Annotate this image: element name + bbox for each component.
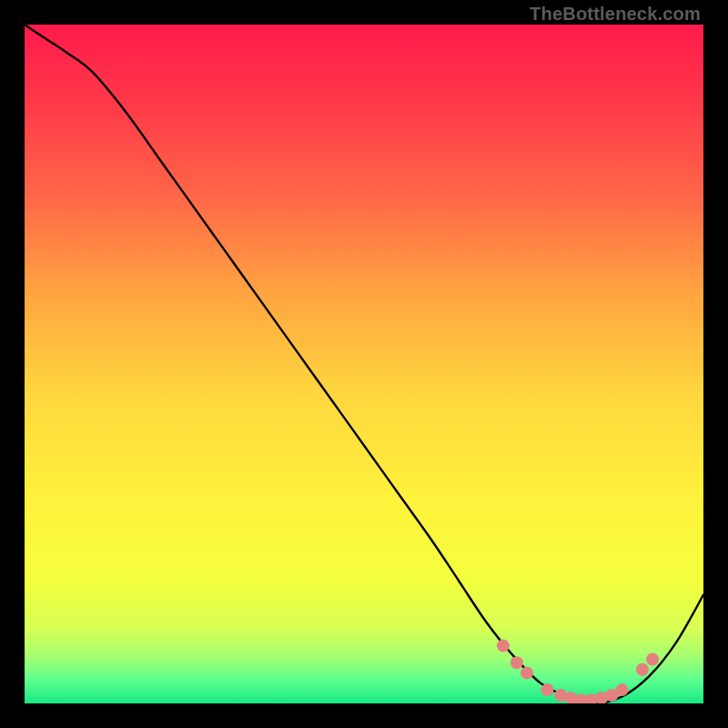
chart-frame: TheBottleneck.com bbox=[0, 0, 728, 728]
marker-dot bbox=[615, 683, 628, 696]
gradient-background bbox=[25, 25, 703, 703]
marker-dot bbox=[541, 683, 553, 696]
marker-dot bbox=[646, 653, 659, 666]
marker-dot bbox=[521, 666, 533, 679]
chart-svg bbox=[25, 25, 703, 703]
marker-dot bbox=[497, 640, 510, 652]
plot-area bbox=[25, 25, 703, 703]
attribution-text: TheBottleneck.com bbox=[530, 4, 701, 25]
marker-dot bbox=[511, 656, 523, 669]
marker-dot bbox=[636, 663, 649, 676]
